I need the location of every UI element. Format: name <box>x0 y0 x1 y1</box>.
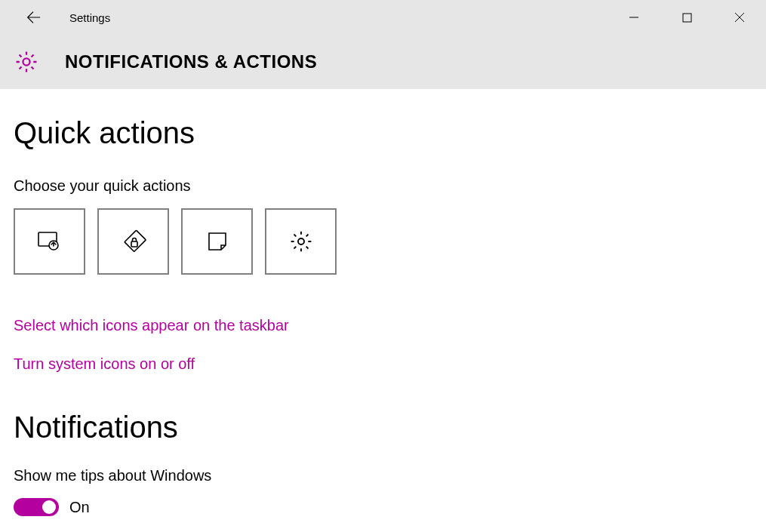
notifications-heading: Notifications <box>14 411 766 444</box>
svg-point-1 <box>23 58 29 65</box>
note-icon <box>206 230 229 253</box>
content-area[interactable]: Quick actions Choose your quick actions <box>0 89 766 532</box>
titlebar: Settings <box>0 0 766 35</box>
arrow-left-icon <box>25 9 42 26</box>
rotation-lock-icon <box>121 229 146 254</box>
gear-icon <box>14 49 39 75</box>
page-title: NOTIFICATIONS & ACTIONS <box>65 51 317 72</box>
maximize-icon <box>682 13 692 23</box>
quick-actions-subtitle: Choose your quick actions <box>14 177 766 195</box>
svg-rect-5 <box>131 241 137 247</box>
minimize-icon <box>629 12 639 23</box>
quick-action-tablet-mode[interactable] <box>14 208 85 275</box>
quick-actions-row <box>14 208 766 275</box>
maximize-button[interactable] <box>660 0 713 35</box>
system-icons-link[interactable]: Turn system icons on or off <box>14 355 766 373</box>
app-title: Settings <box>69 11 110 24</box>
quick-action-note[interactable] <box>181 208 253 275</box>
minimize-button[interactable] <box>608 0 660 35</box>
tablet-mode-icon <box>37 229 63 254</box>
svg-rect-0 <box>683 14 691 22</box>
close-button[interactable] <box>713 0 766 35</box>
tips-label: Show me tips about Windows <box>14 467 766 484</box>
page-header: NOTIFICATIONS & ACTIONS <box>0 35 766 89</box>
tips-toggle-state: On <box>69 499 90 516</box>
quick-action-settings[interactable] <box>265 208 337 275</box>
svg-point-6 <box>298 238 304 244</box>
tips-toggle-row: On <box>14 498 766 516</box>
close-icon <box>734 12 745 23</box>
toggle-knob <box>42 500 56 514</box>
settings-icon <box>289 229 313 254</box>
tips-toggle[interactable] <box>14 498 59 516</box>
back-button[interactable] <box>18 2 48 32</box>
quick-action-rotation-lock[interactable] <box>97 208 169 275</box>
quick-actions-heading: Quick actions <box>14 116 766 150</box>
window-controls <box>608 0 766 35</box>
taskbar-icons-link[interactable]: Select which icons appear on the taskbar <box>14 317 766 334</box>
